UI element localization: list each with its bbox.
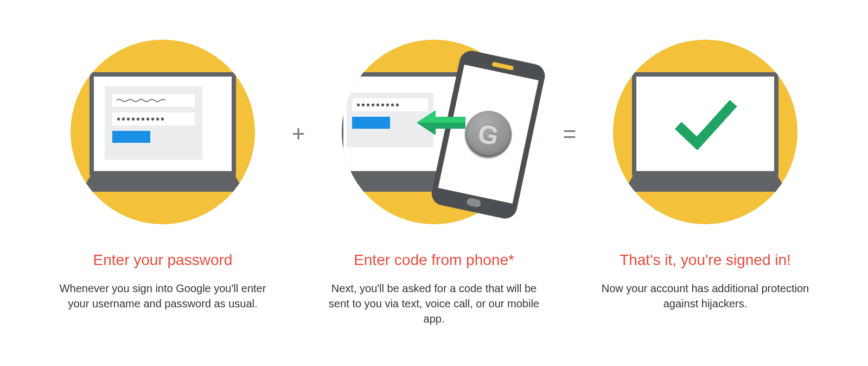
step-password-title: Enter your password	[93, 251, 233, 269]
authenticator-badge-icon: G	[461, 106, 516, 162]
equals-operator: =	[551, 121, 589, 147]
laptop-icon: ••••••••••	[81, 72, 244, 192]
username-field-icon	[112, 94, 195, 107]
checkmark-icon	[673, 96, 738, 150]
step-code-title: Enter code from phone*	[354, 251, 514, 269]
step-password-description: Whenever you sign into Google you'll ent…	[57, 281, 269, 311]
laptop-icon	[624, 72, 787, 192]
step-success-illustration	[613, 40, 797, 224]
step-code-illustration: ••••••••• G	[342, 40, 526, 224]
step-success-title: That's it, you're signed in!	[620, 251, 791, 269]
step-code: ••••••••• G	[317, 40, 551, 326]
plus-operator: +	[279, 121, 317, 147]
step-success-description: Now your account has additional protecti…	[599, 281, 811, 311]
submit-button-icon	[112, 131, 150, 143]
step-code-description: Next, you'll be asked for a code that wi…	[328, 281, 540, 326]
submit-button-icon	[352, 117, 390, 129]
step-password: •••••••••• Enter your password Whenever …	[46, 40, 279, 311]
password-field-icon: ••••••••••	[112, 112, 195, 125]
step-success: That's it, you're signed in! Now your ac…	[589, 40, 822, 311]
authenticator-letter: G	[475, 117, 501, 151]
login-form-icon: ••••••••••	[105, 86, 202, 160]
step-password-illustration: ••••••••••	[71, 40, 255, 224]
arrow-left-icon	[417, 109, 465, 136]
two-step-verification-di══diagram: •••••••••• Enter your password Whenever …	[14, 40, 854, 326]
svg-marker-1	[417, 110, 465, 123]
